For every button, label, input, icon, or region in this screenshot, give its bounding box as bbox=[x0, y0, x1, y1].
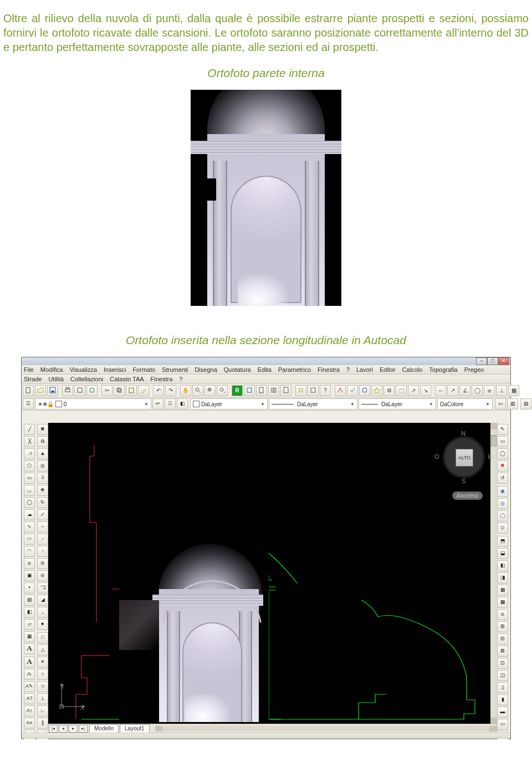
tab-prev-icon[interactable]: ◂ bbox=[59, 725, 68, 733]
fillet-icon[interactable]: ◟ bbox=[37, 607, 48, 618]
tool-palette-icon[interactable] bbox=[268, 385, 279, 396]
menu-parametrico[interactable]: Parametrico bbox=[278, 366, 311, 373]
menu-finestra[interactable]: Finestra bbox=[318, 366, 340, 373]
text-a-edit-icon[interactable]: A✎ bbox=[24, 681, 35, 692]
lineweight-combo[interactable]: DaLayer ▼ bbox=[359, 398, 436, 410]
osnap-cen-icon[interactable]: ○ bbox=[37, 669, 48, 680]
mirror-icon[interactable]: ▲ bbox=[37, 448, 48, 459]
zoom-realtime-icon[interactable] bbox=[192, 385, 203, 396]
extend-icon[interactable]: ⟍ bbox=[37, 546, 48, 557]
block-icon[interactable] bbox=[295, 385, 306, 396]
tool-red-icon[interactable] bbox=[335, 385, 346, 396]
r-tool-13-icon[interactable]: ◨ bbox=[497, 572, 508, 584]
print-icon[interactable] bbox=[62, 385, 73, 396]
viewport-1-icon[interactable]: ▭ bbox=[495, 398, 506, 410]
r-tool-9-icon[interactable]: ⊙ bbox=[497, 523, 508, 534]
r-tool-12-icon[interactable]: ◧ bbox=[497, 560, 508, 571]
pan-icon[interactable]: ✋ bbox=[180, 385, 191, 396]
r-tool-17-icon[interactable]: ⊞ bbox=[497, 621, 508, 632]
menu-inserisci[interactable]: Inserisci bbox=[104, 366, 126, 373]
gradient-icon[interactable]: ◧ bbox=[24, 607, 35, 618]
menu-coltellazioni[interactable]: Coltellazioni bbox=[70, 376, 103, 382]
osnap-int-icon[interactable]: ✕ bbox=[37, 657, 48, 668]
copy-obj-icon[interactable]: ⧉ bbox=[37, 436, 48, 447]
menu-pregeo[interactable]: Pregeo bbox=[464, 366, 484, 373]
r-tool-18-icon[interactable]: ⊟ bbox=[497, 633, 508, 644]
break-point-icon[interactable]: ⊘ bbox=[37, 558, 48, 569]
xline-icon[interactable]: ╳ bbox=[24, 436, 35, 447]
tool-blue-icon[interactable] bbox=[359, 385, 370, 396]
r-tool-14-icon[interactable]: ▦ bbox=[497, 585, 508, 596]
layout-grid-icon[interactable]: ▦ bbox=[508, 385, 519, 396]
tab-layout1[interactable]: Layout1 bbox=[120, 724, 150, 733]
dim-ordinate-icon[interactable]: ⊥ bbox=[496, 385, 507, 396]
dim-diameter-icon[interactable]: ⌀ bbox=[484, 385, 495, 396]
break-icon[interactable]: ⊝ bbox=[37, 570, 48, 581]
copy-icon[interactable] bbox=[114, 385, 125, 396]
color-combo[interactable]: DaLayer ▼ bbox=[190, 398, 268, 410]
tab-last-icon[interactable]: ▸| bbox=[79, 725, 88, 733]
undo-icon[interactable]: ↶ bbox=[153, 385, 164, 396]
publish-icon[interactable] bbox=[86, 385, 98, 396]
r-tool-24-icon[interactable]: ▬ bbox=[497, 707, 508, 718]
chamfer-icon[interactable]: ◢ bbox=[37, 595, 48, 606]
redo-icon[interactable]: ↷ bbox=[165, 385, 176, 396]
join-icon[interactable]: ⫎ bbox=[37, 582, 48, 593]
r-tool-16-icon[interactable]: ⧈ bbox=[497, 609, 508, 620]
r-tool-10-icon[interactable]: ⬒ bbox=[497, 536, 508, 547]
properties-icon[interactable] bbox=[244, 385, 255, 396]
menu-utilita[interactable]: Utilità bbox=[48, 376, 64, 382]
region-icon[interactable]: ▱ bbox=[24, 619, 35, 630]
r-tool-25-icon[interactable]: ▭ bbox=[497, 719, 508, 730]
ellipse-icon[interactable]: ⬭ bbox=[24, 534, 35, 545]
osnap-tan-icon[interactable]: ⊥ bbox=[37, 693, 48, 704]
stretch-icon[interactable]: ↔ bbox=[37, 521, 48, 533]
tool-yellow-icon[interactable] bbox=[371, 385, 382, 396]
layer-combo[interactable]: ☀❄🔒 0 ▼ bbox=[35, 398, 151, 410]
text-a-small-icon[interactable]: Aᵢ bbox=[24, 669, 35, 680]
trim-icon[interactable]: ⟋ bbox=[37, 534, 48, 545]
offset-icon[interactable]: ◎ bbox=[37, 460, 48, 472]
linetype-combo[interactable]: DaLayer ▼ bbox=[269, 398, 357, 410]
menu-edita[interactable]: Edita bbox=[258, 366, 272, 373]
menu-catasto-taa[interactable]: Catasto TAA bbox=[110, 376, 144, 382]
explode-icon[interactable]: ✷ bbox=[37, 619, 48, 630]
dim-linear-icon[interactable]: ↔ bbox=[435, 385, 446, 396]
menu-finestra-2[interactable]: Finestra bbox=[151, 376, 173, 382]
spline-icon[interactable]: ∿ bbox=[24, 521, 35, 533]
move-icon[interactable]: ✥ bbox=[37, 485, 48, 496]
point-icon[interactable]: • bbox=[24, 582, 35, 593]
text-a-scale-icon[interactable]: A↕ bbox=[24, 705, 35, 717]
r-tool-21-icon[interactable]: ◫ bbox=[497, 670, 508, 681]
menu-calcolo[interactable]: Calcolo bbox=[402, 366, 423, 373]
text-a-justify-icon[interactable]: A≡ bbox=[24, 718, 35, 729]
menu-editor[interactable]: Editor bbox=[380, 366, 396, 373]
r-tool-6-icon[interactable]: ◉ bbox=[497, 486, 508, 497]
menu-strade[interactable]: Strade bbox=[24, 376, 42, 382]
window-minimize-button[interactable]: – bbox=[476, 357, 487, 365]
layer-previous-icon[interactable]: ↩ bbox=[152, 398, 163, 410]
circle-icon[interactable]: ◯ bbox=[24, 497, 35, 508]
menu-strumenti[interactable]: Strumenti bbox=[162, 366, 188, 373]
zoom-previous-icon[interactable] bbox=[217, 385, 228, 396]
r-tool-5-icon[interactable]: ↺ bbox=[497, 473, 508, 484]
calc-icon[interactable] bbox=[280, 385, 291, 396]
r-tool-23-icon[interactable]: ▮ bbox=[497, 694, 508, 705]
tab-modello[interactable]: Modello bbox=[89, 724, 119, 733]
print-preview-icon[interactable] bbox=[74, 385, 85, 396]
menu-help[interactable]: ? bbox=[346, 366, 350, 373]
tool-misc-4-icon[interactable]: ↘ bbox=[420, 385, 431, 396]
text-a-find-icon[interactable]: A? bbox=[24, 693, 35, 704]
tool-misc-2-icon[interactable]: ⬚ bbox=[396, 385, 407, 396]
r-tool-11-icon[interactable]: ⬓ bbox=[497, 548, 508, 559]
tool-green-icon[interactable] bbox=[347, 385, 358, 396]
menu-help-2[interactable]: ? bbox=[179, 376, 182, 382]
text-style-a-icon[interactable]: A bbox=[24, 657, 35, 668]
dim-radius-icon[interactable]: ◯ bbox=[472, 385, 483, 396]
window-maximize-button[interactable]: □ bbox=[487, 357, 498, 365]
menu-modifica[interactable]: Modifica bbox=[40, 366, 63, 373]
osnap-qua-icon[interactable]: ◇ bbox=[37, 681, 48, 692]
render-icon[interactable]: R bbox=[232, 385, 243, 396]
arc-icon[interactable]: ◡ bbox=[24, 485, 35, 496]
menu-visualizza[interactable]: Visualizza bbox=[70, 366, 97, 373]
